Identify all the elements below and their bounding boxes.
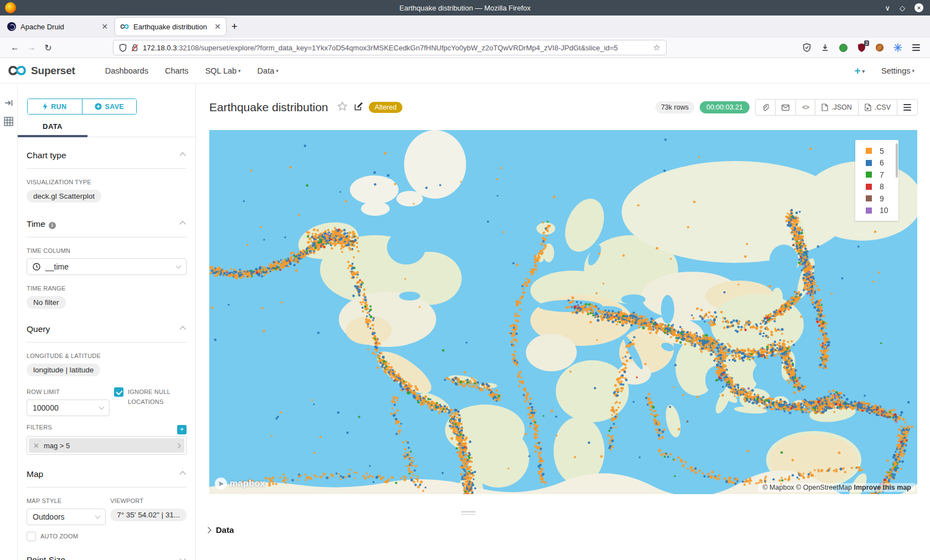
- osm-attribution-link[interactable]: © OpenStreetMap: [796, 484, 852, 491]
- section-query[interactable]: Query: [27, 324, 187, 343]
- improve-map-link[interactable]: Improve this map: [854, 484, 912, 491]
- edit-properties-icon[interactable]: [354, 102, 363, 113]
- permissions-shield-icon[interactable]: [119, 44, 127, 52]
- paperclip-icon: [762, 103, 769, 111]
- time-column-select[interactable]: __time: [27, 258, 187, 275]
- viz-type-value[interactable]: deck.gl Scatterplot: [27, 190, 101, 203]
- chevron-up-icon: [179, 471, 185, 477]
- data-expander[interactable]: Data: [206, 525, 234, 535]
- forward-button[interactable]: →: [23, 43, 40, 53]
- viewport-label: VIEWPORT: [110, 497, 187, 504]
- section-point-size[interactable]: Point Size: [27, 555, 187, 560]
- chart-area: Earthquake distribution Altered 73k rows…: [196, 84, 930, 560]
- url-host: 172.18.0.3: [143, 44, 177, 52]
- collapse-panel-icon[interactable]: [4, 99, 13, 109]
- legend-item[interactable]: 6: [855, 157, 898, 169]
- settings-menu[interactable]: Settings▾: [881, 66, 914, 75]
- legend-label: 10: [880, 206, 888, 215]
- filter-chip[interactable]: ✕ mag > 5: [29, 438, 184, 453]
- ignore-null-checkbox[interactable]: [114, 387, 123, 397]
- export-json-button[interactable]: .JSON: [815, 99, 859, 116]
- viewport-value[interactable]: 7° 35' 54.02" | 31...: [110, 509, 187, 521]
- altered-badge[interactable]: Altered: [369, 102, 403, 113]
- panel-resize-handle[interactable]: [461, 511, 476, 516]
- chevron-right-icon: [175, 443, 181, 448]
- favorite-star-icon[interactable]: [337, 101, 348, 113]
- add-filter-button[interactable]: +: [177, 425, 187, 434]
- superset-favicon: [120, 22, 129, 31]
- dataset-grid-icon[interactable]: [4, 117, 13, 128]
- export-csv-button[interactable]: .CSV: [858, 99, 897, 116]
- ublock-origin-icon[interactable]: 2: [856, 43, 866, 53]
- nav-sql-lab[interactable]: SQL Lab▾: [205, 66, 241, 75]
- tab-earthquake-distribution[interactable]: Earthquake distribution ✕: [115, 18, 226, 35]
- tab-apache-druid[interactable]: Apache Druid ✕: [2, 18, 113, 35]
- lonlat-label: LONGITUDE & LATITUDE: [27, 352, 187, 359]
- remove-filter-icon[interactable]: ✕: [33, 442, 39, 450]
- snowflake-extension-icon[interactable]: [893, 43, 903, 53]
- export-button-group: <> .JSON .CSV: [755, 99, 918, 116]
- legend-scrollbar[interactable]: [896, 143, 898, 178]
- row-limit-label: ROW LIMIT: [27, 388, 110, 395]
- bookmark-star-icon[interactable]: ☆: [649, 43, 660, 53]
- chevron-down-icon: [95, 514, 101, 519]
- embed-code-button[interactable]: <>: [795, 99, 815, 116]
- back-button[interactable]: ←: [7, 43, 23, 53]
- reload-button[interactable]: ↻: [40, 43, 56, 53]
- insecure-lock-icon[interactable]: [131, 44, 138, 52]
- legend-item[interactable]: 5: [855, 145, 898, 157]
- cookie-extension-icon[interactable]: [875, 43, 885, 53]
- chevron-down-icon: ▾: [238, 68, 241, 74]
- map-style-select[interactable]: Outdoors: [27, 509, 106, 525]
- map-canvas[interactable]: 5678910 ➤ mapbox © Mapbox © OpenStreetMa…: [209, 130, 917, 494]
- more-options-button[interactable]: [897, 99, 918, 116]
- legend-label: 9: [880, 194, 884, 203]
- ublock-badge: 2: [864, 40, 869, 46]
- section-time[interactable]: Timei: [27, 219, 187, 237]
- auto-zoom-label: AUTO ZOOM: [40, 532, 78, 542]
- time-range-value[interactable]: No filter: [27, 296, 66, 309]
- nav-charts[interactable]: Charts: [165, 66, 189, 75]
- legend-item[interactable]: 9: [855, 193, 898, 205]
- panel-tabbar: DATA: [18, 122, 195, 137]
- tab-data[interactable]: DATA: [18, 122, 87, 131]
- url-field[interactable]: 172.18.0.3:32108/superset/explore/?form_…: [113, 40, 666, 55]
- mapbox-attribution-link[interactable]: © Mapbox: [762, 484, 794, 491]
- superset-logo[interactable]: Superset: [8, 65, 75, 77]
- downloads-icon[interactable]: [820, 43, 830, 53]
- legend-swatch: [866, 160, 872, 166]
- nav-dashboards[interactable]: Dashboards: [105, 66, 148, 75]
- superset-infinity-icon: [8, 65, 27, 76]
- window-close-icon[interactable]: ×: [914, 3, 923, 12]
- email-button[interactable]: [775, 99, 796, 116]
- section-chart-type[interactable]: Chart type: [27, 151, 187, 169]
- legend-label: 8: [880, 182, 884, 191]
- druid-favicon: [7, 22, 16, 31]
- section-map[interactable]: Map: [27, 469, 187, 488]
- row-limit-select[interactable]: 100000: [27, 400, 110, 416]
- legend-item[interactable]: 8: [855, 181, 898, 193]
- map-legend: 5678910: [855, 140, 898, 221]
- auto-zoom-checkbox[interactable]: [27, 532, 36, 541]
- map-legend-list: 5678910: [855, 145, 898, 216]
- tab-close-icon[interactable]: ✕: [211, 22, 221, 31]
- nav-data[interactable]: Data▾: [257, 66, 278, 75]
- legend-item[interactable]: 7: [855, 169, 898, 181]
- new-item-button[interactable]: +▾: [854, 65, 865, 77]
- extension-green-icon[interactable]: [838, 43, 848, 53]
- tracking-protection-icon[interactable]: [802, 43, 812, 53]
- legend-item[interactable]: 10: [855, 205, 898, 217]
- run-button[interactable]: RUN: [28, 99, 82, 114]
- legend-swatch: [866, 208, 872, 214]
- tab-close-icon[interactable]: ✕: [98, 22, 108, 31]
- mapbox-logo[interactable]: ➤ mapbox: [215, 478, 265, 490]
- lonlat-value[interactable]: longitude | latitude: [27, 364, 100, 376]
- menu-icon[interactable]: [911, 43, 921, 53]
- window-minimize-icon[interactable]: ∨: [885, 4, 890, 12]
- filter-container: ✕ mag > 5: [27, 436, 187, 455]
- window-maximize-icon[interactable]: ◇: [900, 4, 905, 12]
- new-tab-button[interactable]: +: [231, 20, 237, 33]
- time-range-label: TIME RANGE: [27, 285, 187, 292]
- copy-link-button[interactable]: [755, 99, 776, 116]
- save-button[interactable]: SAVE: [82, 99, 137, 114]
